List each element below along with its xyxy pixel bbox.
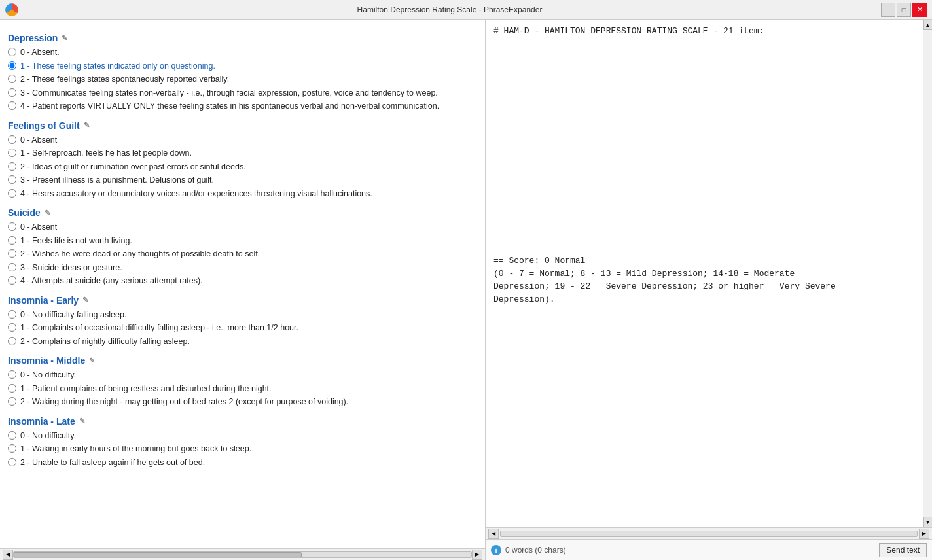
window-controls: ─ □ ✕: [881, 3, 927, 17]
hscroll-right-arrow[interactable]: ▶: [472, 550, 482, 560]
radio-label: 1 - Self-reproach, feels he has let peop…: [20, 148, 192, 160]
hscroll-thumb[interactable]: [14, 552, 302, 557]
radio-depression-4[interactable]: [8, 101, 16, 110]
title-bar: Hamilton Depression Rating Scale - Phras…: [0, 0, 932, 20]
radio-suicide-0[interactable]: [8, 222, 16, 231]
send-text-button[interactable]: Send text: [879, 543, 927, 557]
section-label-insomnia-middle: Insomnia - Middle: [8, 355, 85, 366]
section-depression: Depression✎0 - Absent.1 - These feeling …: [8, 33, 477, 113]
radio-item: 0 - Absent: [8, 135, 477, 147]
section-header-depression: Depression✎: [8, 33, 477, 43]
radio-suicide-1[interactable]: [8, 236, 16, 245]
radio-insomnia-early-2[interactable]: [8, 337, 16, 345]
radio-label: 1 - Complaints of occasional difficulty …: [20, 323, 298, 334]
radio-item: 2 - Unable to fall asleep again if he ge…: [8, 457, 477, 469]
radio-label: 1 - These feeling states indicated only …: [20, 61, 215, 73]
radio-item: 3 - Communicates feeling states non-verb…: [8, 88, 477, 99]
radio-insomnia-middle-0[interactable]: [8, 370, 16, 379]
radio-item: 1 - These feeling states indicated only …: [8, 61, 477, 73]
radio-label: 0 - No difficulty.: [20, 430, 76, 442]
radio-label: 2 - These feelings states spontaneously …: [20, 74, 229, 86]
radio-suicide-2[interactable]: [8, 249, 16, 258]
right-panel: ▲ ▼ ◀ ▶ i 0 words (0 chars) Send text: [486, 20, 932, 560]
section-edit-icon-suicide[interactable]: ✎: [45, 208, 54, 217]
left-scroll-area[interactable]: Depression✎0 - Absent.1 - These feeling …: [0, 20, 485, 548]
radio-insomnia-middle-1[interactable]: [8, 384, 16, 393]
radio-guilt-1[interactable]: [8, 149, 16, 157]
radio-label: 1 - Waking in early hours of the morning…: [20, 444, 251, 455]
radio-suicide-3[interactable]: [8, 263, 16, 271]
radio-label: 2 - Ideas of guilt or rumination over pa…: [20, 162, 246, 173]
radio-item: 0 - Absent: [8, 222, 477, 234]
section-header-suicide: Suicide✎: [8, 207, 477, 218]
radio-guilt-3[interactable]: [8, 175, 16, 184]
right-horizontal-scrollbar[interactable]: ◀ ▶: [486, 527, 932, 539]
radio-item: 0 - No difficulty.: [8, 430, 477, 442]
right-hscroll-track[interactable]: [500, 531, 918, 537]
close-button[interactable]: ✕: [912, 3, 927, 17]
radio-suicide-4[interactable]: [8, 276, 16, 285]
radio-insomnia-late-1[interactable]: [8, 444, 16, 453]
hscroll-track[interactable]: [13, 551, 472, 558]
section-edit-icon-insomnia-late[interactable]: ✎: [79, 417, 88, 426]
radio-insomnia-late-0[interactable]: [8, 431, 16, 440]
radio-label: 0 - Absent: [20, 135, 57, 147]
radio-depression-3[interactable]: [8, 88, 16, 97]
radio-item: 1 - Feels life is not worth living.: [8, 236, 477, 247]
vscroll-down-arrow[interactable]: ▼: [923, 517, 933, 527]
radio-depression-1[interactable]: [8, 61, 16, 70]
section-suicide: Suicide✎0 - Absent1 - Feels life is not …: [8, 207, 477, 287]
section-label-insomnia-early: Insomnia - Early: [8, 295, 79, 306]
section-label-suicide: Suicide: [8, 207, 41, 218]
minimize-button[interactable]: ─: [881, 3, 895, 17]
right-hscroll-left-arrow[interactable]: ◀: [488, 529, 499, 539]
radio-item: 4 - Hears accusatory or denunciatory voi…: [8, 188, 477, 200]
section-edit-icon-insomnia-early[interactable]: ✎: [82, 296, 92, 305]
output-textarea[interactable]: [486, 20, 932, 527]
section-guilt: Feelings of Guilt✎0 - Absent1 - Self-rep…: [8, 120, 477, 200]
section-label-guilt: Feelings of Guilt: [8, 120, 80, 131]
info-icon: i: [491, 545, 501, 555]
word-count-label: 0 words (0 chars): [505, 546, 566, 555]
section-edit-icon-guilt[interactable]: ✎: [84, 121, 93, 130]
radio-item: 3 - Present illness is a punishment. Del…: [8, 175, 477, 186]
radio-label: 2 - Waking during the night - may gettin…: [20, 396, 348, 408]
radio-label: 4 - Attempts at suicide (any serious att…: [20, 275, 203, 287]
radio-label: 0 - Absent.: [20, 47, 60, 59]
radio-insomnia-early-1[interactable]: [8, 323, 16, 332]
right-hscroll-right-arrow[interactable]: ▶: [919, 529, 929, 539]
app-logo: [5, 3, 18, 16]
section-edit-icon-insomnia-middle[interactable]: ✎: [89, 356, 98, 365]
radio-item: 3 - Suicide ideas or gesture.: [8, 262, 477, 274]
section-header-insomnia-late: Insomnia - Late✎: [8, 416, 477, 427]
radio-insomnia-late-2[interactable]: [8, 458, 16, 466]
radio-depression-0[interactable]: [8, 48, 16, 56]
right-vertical-scrollbar[interactable]: ▲ ▼: [923, 20, 932, 527]
radio-depression-2[interactable]: [8, 75, 16, 83]
radio-item: 1 - Waking in early hours of the morning…: [8, 444, 477, 455]
radio-label: 0 - Absent: [20, 222, 57, 234]
radio-label: 3 - Communicates feeling states non-verb…: [20, 88, 438, 99]
radio-insomnia-early-0[interactable]: [8, 310, 16, 319]
restore-button[interactable]: □: [897, 3, 911, 17]
vscroll-up-arrow[interactable]: ▲: [923, 20, 933, 30]
left-horizontal-scrollbar[interactable]: ◀ ▶: [0, 548, 485, 560]
section-label-depression: Depression: [8, 33, 58, 43]
section-header-insomnia-early: Insomnia - Early✎: [8, 295, 477, 306]
section-insomnia-middle: Insomnia - Middle✎0 - No difficulty.1 - …: [8, 355, 477, 408]
radio-item: 1 - Complaints of occasional difficulty …: [8, 323, 477, 334]
radio-item: 2 - Ideas of guilt or rumination over pa…: [8, 162, 477, 173]
radio-guilt-2[interactable]: [8, 162, 16, 171]
radio-item: 1 - Self-reproach, feels he has let peop…: [8, 148, 477, 160]
radio-guilt-0[interactable]: [8, 135, 16, 144]
radio-label: 2 - Wishes he were dead or any thoughts …: [20, 249, 260, 260]
radio-label: 3 - Present illness is a punishment. Del…: [20, 175, 214, 186]
radio-insomnia-middle-2[interactable]: [8, 397, 16, 406]
section-header-guilt: Feelings of Guilt✎: [8, 120, 477, 131]
vscroll-track[interactable]: [925, 30, 931, 517]
section-insomnia-early: Insomnia - Early✎0 - No difficulty falli…: [8, 295, 477, 348]
radio-label: 4 - Hears accusatory or denunciatory voi…: [20, 188, 372, 200]
hscroll-left-arrow[interactable]: ◀: [3, 550, 13, 560]
section-edit-icon-depression[interactable]: ✎: [62, 33, 71, 43]
radio-guilt-4[interactable]: [8, 189, 16, 198]
